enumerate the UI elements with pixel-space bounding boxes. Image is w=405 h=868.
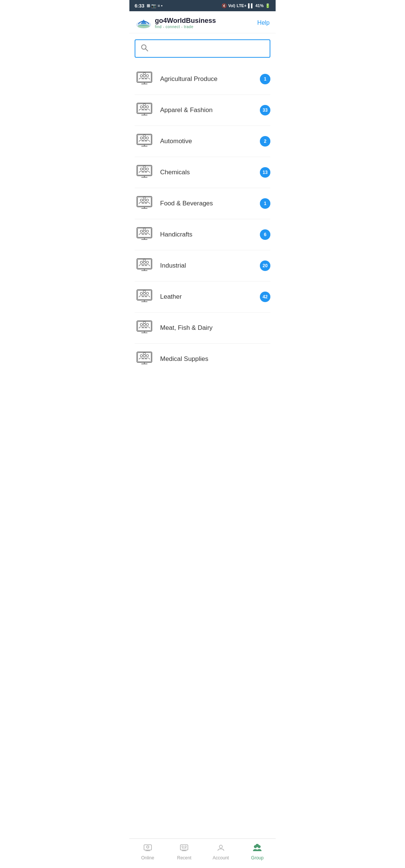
svg-point-65 <box>143 292 146 295</box>
category-item[interactable]: Handicrafts6 <box>135 219 270 250</box>
search-box[interactable] <box>135 39 270 58</box>
svg-rect-76 <box>137 352 152 362</box>
category-item[interactable]: Automotive2 <box>135 126 270 157</box>
svg-point-80 <box>140 355 142 357</box>
status-icons: ⊞ 📷 ≡ • <box>147 3 162 8</box>
svg-rect-12 <box>137 103 152 114</box>
category-name: Meat, Fish & Dairy <box>160 324 270 332</box>
svg-rect-36 <box>137 196 152 207</box>
category-name: Handicrafts <box>160 231 260 238</box>
category-item[interactable]: Meat, Fish & Dairy <box>135 313 270 344</box>
help-link[interactable]: Help <box>257 19 270 26</box>
svg-rect-27 <box>143 135 146 137</box>
category-icon <box>135 257 154 274</box>
battery-icon: 🔋 <box>265 3 270 8</box>
category-item[interactable]: Food & Beverages1 <box>135 188 270 219</box>
svg-rect-13 <box>138 104 151 113</box>
svg-point-24 <box>140 137 142 139</box>
category-name: Leather <box>160 293 260 301</box>
status-bar: 6:33 ⊞ 📷 ≡ • 🔇 Vol) LTE+ ▌▌ 41% 🔋 <box>129 0 276 11</box>
svg-rect-83 <box>143 353 146 355</box>
svg-point-9 <box>143 75 146 77</box>
svg-line-3 <box>146 49 148 51</box>
signal-bars-icon: ▌▌ <box>248 3 254 8</box>
category-list: Agricultural Produce1 Apparel & Fashion3… <box>129 64 276 374</box>
svg-rect-52 <box>137 259 152 269</box>
svg-rect-61 <box>138 290 151 299</box>
svg-point-32 <box>140 168 142 170</box>
svg-rect-29 <box>138 166 151 175</box>
svg-point-26 <box>146 137 148 139</box>
category-badge: 6 <box>260 229 270 240</box>
category-name: Chemicals <box>160 169 260 176</box>
category-icon <box>135 195 154 212</box>
time-display: 6:33 <box>135 3 144 9</box>
category-icon <box>135 226 154 243</box>
svg-point-8 <box>140 75 142 77</box>
category-item[interactable]: Leather42 <box>135 281 270 313</box>
svg-rect-4 <box>137 72 152 82</box>
svg-point-72 <box>140 323 142 326</box>
category-icon <box>135 133 154 150</box>
svg-point-49 <box>143 230 146 232</box>
category-badge: 13 <box>260 167 270 178</box>
svg-point-33 <box>143 168 146 170</box>
svg-point-50 <box>146 230 148 232</box>
category-name: Food & Beverages <box>160 200 260 207</box>
svg-point-74 <box>146 323 148 326</box>
category-badge: 1 <box>260 198 270 209</box>
category-name: Agricultural Produce <box>160 75 260 83</box>
svg-point-41 <box>143 199 146 201</box>
category-item[interactable]: Chemicals13 <box>135 157 270 188</box>
svg-rect-60 <box>137 290 152 300</box>
svg-rect-35 <box>143 166 146 168</box>
svg-rect-75 <box>143 322 146 323</box>
svg-point-25 <box>143 137 146 139</box>
category-badge: 2 <box>260 136 270 147</box>
logo-icon <box>135 16 152 29</box>
category-name: Medical Supplies <box>160 355 270 363</box>
mute-icon: 🔇 <box>222 3 227 8</box>
logo-text: go4WorldBusiness find - connect - trade <box>155 17 216 29</box>
svg-rect-69 <box>138 322 151 331</box>
svg-rect-21 <box>138 135 151 144</box>
svg-rect-11 <box>143 73 146 75</box>
app-header: go4WorldBusiness find - connect - trade … <box>129 11 276 33</box>
category-item[interactable]: Medical Supplies <box>135 344 270 374</box>
category-item[interactable]: Industrial20 <box>135 250 270 281</box>
svg-point-40 <box>140 199 142 201</box>
svg-rect-43 <box>143 197 146 199</box>
svg-point-1 <box>138 24 150 28</box>
logo: go4WorldBusiness find - connect - trade <box>135 16 216 29</box>
svg-rect-77 <box>138 353 151 362</box>
category-name: Industrial <box>160 262 260 269</box>
category-badge: 33 <box>260 105 270 115</box>
svg-point-48 <box>140 230 142 232</box>
category-icon <box>135 350 154 368</box>
svg-rect-67 <box>143 290 146 292</box>
svg-rect-45 <box>138 228 151 237</box>
category-icon <box>135 164 154 181</box>
svg-point-16 <box>140 106 142 108</box>
svg-point-10 <box>146 75 148 77</box>
category-name: Automotive <box>160 138 260 145</box>
category-badge: 20 <box>260 260 270 271</box>
svg-point-58 <box>146 261 148 263</box>
svg-rect-37 <box>138 197 151 206</box>
category-icon <box>135 319 154 337</box>
search-input[interactable] <box>152 45 264 52</box>
svg-rect-20 <box>137 134 152 145</box>
svg-point-18 <box>146 106 148 108</box>
category-badge: 1 <box>260 74 270 84</box>
svg-point-66 <box>146 292 148 295</box>
svg-point-57 <box>143 261 146 263</box>
svg-point-82 <box>146 355 148 357</box>
svg-rect-5 <box>138 73 151 82</box>
svg-rect-51 <box>143 228 146 230</box>
search-container <box>129 33 276 64</box>
category-item[interactable]: Agricultural Produce1 <box>135 64 270 95</box>
category-icon <box>135 102 154 119</box>
svg-rect-19 <box>143 104 146 106</box>
category-icon <box>135 70 154 88</box>
category-item[interactable]: Apparel & Fashion33 <box>135 95 270 126</box>
